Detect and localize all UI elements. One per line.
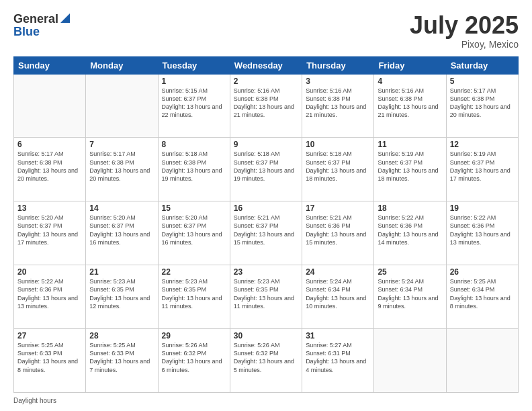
day-info: Sunrise: 5:16 AM Sunset: 6:38 PM Dayligh… bbox=[378, 87, 442, 120]
day-number: 8 bbox=[162, 140, 226, 149]
title-location: Pixoy, Mexico bbox=[410, 39, 519, 50]
calendar-cell: 30Sunrise: 5:26 AM Sunset: 6:32 PM Dayli… bbox=[230, 329, 302, 393]
calendar-cell: 21Sunrise: 5:23 AM Sunset: 6:35 PM Dayli… bbox=[86, 265, 158, 329]
calendar-cell: 8Sunrise: 5:18 AM Sunset: 6:38 PM Daylig… bbox=[158, 138, 230, 201]
day-number: 2 bbox=[234, 77, 298, 86]
calendar-cell: 16Sunrise: 5:21 AM Sunset: 6:37 PM Dayli… bbox=[230, 201, 302, 265]
day-number: 26 bbox=[450, 267, 515, 277]
day-number: 25 bbox=[378, 267, 442, 277]
calendar-cell: 6Sunrise: 5:17 AM Sunset: 6:38 PM Daylig… bbox=[14, 138, 86, 201]
calendar-week-2: 6Sunrise: 5:17 AM Sunset: 6:38 PM Daylig… bbox=[14, 138, 519, 201]
calendar-cell: 5Sunrise: 5:17 AM Sunset: 6:38 PM Daylig… bbox=[446, 74, 518, 138]
day-number: 3 bbox=[306, 77, 370, 86]
calendar-cell bbox=[374, 329, 446, 393]
day-number: 9 bbox=[234, 140, 298, 149]
day-number: 6 bbox=[17, 140, 82, 149]
page: General Blue July 2025 Pixoy, Mexico Sun… bbox=[0, 0, 532, 411]
calendar-cell: 29Sunrise: 5:26 AM Sunset: 6:32 PM Dayli… bbox=[158, 329, 230, 393]
day-number: 30 bbox=[234, 331, 298, 340]
day-info: Sunrise: 5:18 AM Sunset: 6:37 PM Dayligh… bbox=[234, 150, 298, 183]
calendar-week-1: 1Sunrise: 5:15 AM Sunset: 6:37 PM Daylig… bbox=[14, 74, 519, 138]
logo-triangle-icon bbox=[60, 13, 70, 26]
calendar-cell: 10Sunrise: 5:18 AM Sunset: 6:37 PM Dayli… bbox=[302, 138, 374, 201]
calendar-cell: 2Sunrise: 5:16 AM Sunset: 6:38 PM Daylig… bbox=[230, 74, 302, 138]
day-info: Sunrise: 5:15 AM Sunset: 6:37 PM Dayligh… bbox=[162, 87, 226, 120]
day-info: Sunrise: 5:22 AM Sunset: 6:36 PM Dayligh… bbox=[378, 214, 442, 246]
day-number: 15 bbox=[162, 203, 226, 213]
day-number: 27 bbox=[17, 331, 82, 340]
logo-blue-text: Blue bbox=[13, 26, 40, 38]
day-number: 14 bbox=[89, 203, 154, 213]
calendar-week-5: 27Sunrise: 5:25 AM Sunset: 6:33 PM Dayli… bbox=[14, 329, 519, 393]
calendar-cell: 27Sunrise: 5:25 AM Sunset: 6:33 PM Dayli… bbox=[14, 329, 86, 393]
day-number: 21 bbox=[89, 267, 154, 277]
calendar-cell: 22Sunrise: 5:23 AM Sunset: 6:35 PM Dayli… bbox=[158, 265, 230, 329]
title-section: July 2025 Pixoy, Mexico bbox=[410, 12, 519, 50]
day-number: 17 bbox=[306, 203, 370, 213]
header: General Blue July 2025 Pixoy, Mexico bbox=[13, 12, 519, 50]
title-month: July 2025 bbox=[410, 12, 519, 39]
calendar-cell: 24Sunrise: 5:24 AM Sunset: 6:34 PM Dayli… bbox=[302, 265, 374, 329]
calendar-cell: 9Sunrise: 5:18 AM Sunset: 6:37 PM Daylig… bbox=[230, 138, 302, 201]
calendar-table: Sunday Monday Tuesday Wednesday Thursday… bbox=[13, 56, 519, 393]
day-info: Sunrise: 5:18 AM Sunset: 6:38 PM Dayligh… bbox=[162, 150, 226, 183]
day-info: Sunrise: 5:16 AM Sunset: 6:38 PM Dayligh… bbox=[306, 87, 370, 120]
day-info: Sunrise: 5:25 AM Sunset: 6:34 PM Dayligh… bbox=[450, 277, 515, 310]
calendar-cell: 15Sunrise: 5:20 AM Sunset: 6:37 PM Dayli… bbox=[158, 201, 230, 265]
day-number: 22 bbox=[162, 267, 226, 277]
day-number: 18 bbox=[378, 203, 442, 213]
day-number: 7 bbox=[89, 140, 154, 149]
day-number: 23 bbox=[234, 267, 298, 277]
daylight-label: Daylight hours bbox=[13, 397, 56, 404]
day-info: Sunrise: 5:24 AM Sunset: 6:34 PM Dayligh… bbox=[378, 277, 442, 310]
day-info: Sunrise: 5:23 AM Sunset: 6:35 PM Dayligh… bbox=[162, 277, 226, 310]
day-number: 12 bbox=[450, 140, 515, 149]
day-info: Sunrise: 5:16 AM Sunset: 6:38 PM Dayligh… bbox=[234, 87, 298, 120]
day-info: Sunrise: 5:23 AM Sunset: 6:35 PM Dayligh… bbox=[234, 277, 298, 310]
day-info: Sunrise: 5:26 AM Sunset: 6:32 PM Dayligh… bbox=[162, 341, 226, 374]
calendar-cell bbox=[86, 74, 158, 138]
col-wednesday: Wednesday bbox=[230, 56, 302, 74]
day-number: 5 bbox=[450, 77, 515, 86]
day-number: 11 bbox=[378, 140, 442, 149]
day-info: Sunrise: 5:22 AM Sunset: 6:36 PM Dayligh… bbox=[17, 277, 82, 310]
day-number: 28 bbox=[89, 331, 154, 340]
day-info: Sunrise: 5:24 AM Sunset: 6:34 PM Dayligh… bbox=[306, 277, 370, 310]
day-number: 19 bbox=[450, 203, 515, 213]
day-info: Sunrise: 5:18 AM Sunset: 6:37 PM Dayligh… bbox=[306, 150, 370, 183]
day-number: 20 bbox=[17, 267, 82, 277]
calendar-cell: 17Sunrise: 5:21 AM Sunset: 6:36 PM Dayli… bbox=[302, 201, 374, 265]
day-info: Sunrise: 5:26 AM Sunset: 6:32 PM Dayligh… bbox=[234, 341, 298, 374]
col-saturday: Saturday bbox=[446, 56, 518, 74]
day-info: Sunrise: 5:25 AM Sunset: 6:33 PM Dayligh… bbox=[17, 341, 82, 374]
calendar-cell: 4Sunrise: 5:16 AM Sunset: 6:38 PM Daylig… bbox=[374, 74, 446, 138]
svg-marker-0 bbox=[60, 13, 70, 23]
col-sunday: Sunday bbox=[14, 56, 86, 74]
calendar-week-3: 13Sunrise: 5:20 AM Sunset: 6:37 PM Dayli… bbox=[14, 201, 519, 265]
day-number: 16 bbox=[234, 203, 298, 213]
calendar-cell: 1Sunrise: 5:15 AM Sunset: 6:37 PM Daylig… bbox=[158, 74, 230, 138]
day-info: Sunrise: 5:20 AM Sunset: 6:37 PM Dayligh… bbox=[162, 214, 226, 246]
day-info: Sunrise: 5:22 AM Sunset: 6:36 PM Dayligh… bbox=[450, 214, 515, 246]
calendar-week-4: 20Sunrise: 5:22 AM Sunset: 6:36 PM Dayli… bbox=[14, 265, 519, 329]
day-info: Sunrise: 5:20 AM Sunset: 6:37 PM Dayligh… bbox=[89, 214, 154, 246]
logo: General Blue bbox=[13, 12, 70, 38]
col-friday: Friday bbox=[374, 56, 446, 74]
calendar-header-row: Sunday Monday Tuesday Wednesday Thursday… bbox=[14, 56, 519, 74]
day-info: Sunrise: 5:20 AM Sunset: 6:37 PM Dayligh… bbox=[17, 214, 82, 246]
day-info: Sunrise: 5:17 AM Sunset: 6:38 PM Dayligh… bbox=[450, 87, 515, 120]
calendar-cell: 28Sunrise: 5:25 AM Sunset: 6:33 PM Dayli… bbox=[86, 329, 158, 393]
day-info: Sunrise: 5:21 AM Sunset: 6:37 PM Dayligh… bbox=[234, 214, 298, 246]
day-info: Sunrise: 5:23 AM Sunset: 6:35 PM Dayligh… bbox=[89, 277, 154, 310]
calendar-cell: 31Sunrise: 5:27 AM Sunset: 6:31 PM Dayli… bbox=[302, 329, 374, 393]
day-info: Sunrise: 5:17 AM Sunset: 6:38 PM Dayligh… bbox=[17, 150, 82, 183]
day-number: 10 bbox=[306, 140, 370, 149]
calendar-cell: 23Sunrise: 5:23 AM Sunset: 6:35 PM Dayli… bbox=[230, 265, 302, 329]
calendar-cell bbox=[14, 74, 86, 138]
col-thursday: Thursday bbox=[302, 56, 374, 74]
calendar-cell: 18Sunrise: 5:22 AM Sunset: 6:36 PM Dayli… bbox=[374, 201, 446, 265]
col-monday: Monday bbox=[86, 56, 158, 74]
day-info: Sunrise: 5:19 AM Sunset: 6:37 PM Dayligh… bbox=[378, 150, 442, 183]
day-info: Sunrise: 5:19 AM Sunset: 6:37 PM Dayligh… bbox=[450, 150, 515, 183]
calendar-cell: 26Sunrise: 5:25 AM Sunset: 6:34 PM Dayli… bbox=[446, 265, 518, 329]
